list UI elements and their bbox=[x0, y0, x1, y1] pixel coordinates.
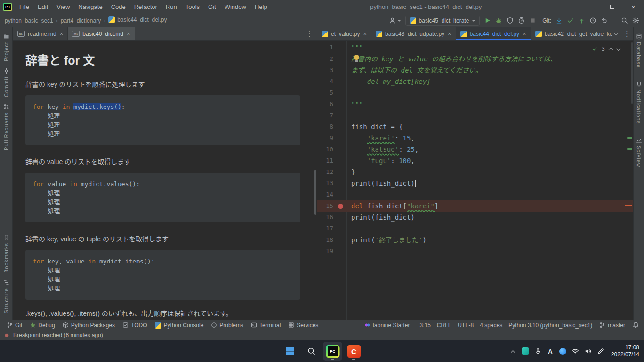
caret-position-widget[interactable]: 3:15 bbox=[419, 322, 430, 329]
gutter[interactable] bbox=[333, 234, 346, 246]
code-text[interactable]: 'karei': 15, bbox=[346, 132, 415, 144]
tab-basic42-dict-get-value-key-py[interactable]: basic42_dict_get_value_key.py× bbox=[531, 27, 612, 40]
toolwindow-notifications[interactable]: Notifications bbox=[636, 78, 642, 127]
stop-button[interactable] bbox=[529, 17, 536, 24]
gutter[interactable] bbox=[333, 76, 346, 87]
run-configuration-select[interactable]: basic45_dict_iterate bbox=[405, 16, 480, 26]
interpreter-widget[interactable]: Python 3.10 (python_basic_sec1) bbox=[508, 322, 592, 329]
settings-button[interactable] bbox=[632, 17, 639, 24]
inspections-widget[interactable]: 3 bbox=[592, 43, 620, 55]
toolwindow-button-python-packages[interactable]: Python Packages bbox=[59, 320, 119, 330]
toolwindow-button-git[interactable]: Git bbox=[3, 320, 26, 330]
gutter[interactable] bbox=[333, 99, 346, 110]
toolwindow-commit[interactable]: Commit bbox=[3, 65, 9, 100]
gutter[interactable] bbox=[333, 65, 346, 76]
microphone-icon[interactable] bbox=[534, 348, 541, 355]
gutter[interactable] bbox=[333, 155, 346, 166]
scrollbar-thumb[interactable] bbox=[631, 42, 633, 104]
code-text[interactable]: } bbox=[346, 166, 355, 178]
code-text[interactable]: 辞書内の key と value の組み合わせを削除する方法については、 bbox=[346, 53, 556, 65]
next-problem-icon[interactable] bbox=[616, 46, 621, 51]
git-push-button[interactable] bbox=[578, 17, 585, 24]
git-commit-button[interactable] bbox=[567, 17, 574, 24]
menu-run[interactable]: Run bbox=[161, 0, 181, 14]
code-text[interactable]: print(fish_dict) bbox=[346, 178, 416, 189]
scrollbar-thumb[interactable] bbox=[314, 170, 316, 215]
breadcrumb-file[interactable]: basic44_dict_del.py bbox=[108, 16, 167, 23]
tray-expand-icon[interactable] bbox=[509, 348, 516, 355]
gutter[interactable] bbox=[333, 53, 346, 65]
encoding-widget[interactable]: UTF-8 bbox=[458, 322, 474, 329]
breadcrumb-item[interactable]: python_basic_sec1 bbox=[5, 17, 53, 24]
breakpoint-dot[interactable] bbox=[338, 204, 343, 209]
code-text[interactable]: 'katsuo': 25, bbox=[346, 144, 419, 155]
minimize-button[interactable]: – bbox=[580, 0, 602, 14]
indent-widget[interactable]: 4 spaces bbox=[480, 322, 502, 329]
taskbar-pycharm-button[interactable]: PC bbox=[323, 342, 342, 361]
menu-file[interactable]: File bbox=[15, 0, 33, 14]
toolwindow-button-todo[interactable]: TODO bbox=[119, 320, 151, 330]
tab-readme-md[interactable]: M↓readme.md× bbox=[13, 27, 68, 40]
menu-edit[interactable]: Edit bbox=[33, 0, 52, 14]
toolwindow-button-debug[interactable]: Debug bbox=[26, 320, 58, 330]
markdown-preview[interactable]: 辞書と for 文 辞書の key のリストを順番に処理しますfor key i… bbox=[13, 41, 317, 320]
gutter[interactable] bbox=[333, 200, 346, 212]
user-account-button[interactable] bbox=[389, 17, 401, 24]
more-options-icon[interactable]: ⋮ bbox=[302, 27, 317, 40]
tray-blue-app-icon[interactable] bbox=[559, 348, 566, 355]
gutter[interactable] bbox=[333, 212, 346, 223]
toolwindow-pull-requests[interactable]: Pull Requests bbox=[3, 100, 9, 154]
tabnine-widget[interactable]: tabnine Starter bbox=[361, 322, 414, 329]
start-button[interactable] bbox=[281, 342, 300, 361]
profiler-button[interactable] bbox=[518, 17, 525, 24]
tab-close-icon[interactable]: × bbox=[448, 30, 451, 37]
code-text[interactable]: fish_dict = { bbox=[346, 121, 403, 132]
toolwindow-bookmarks[interactable]: Bookmarks bbox=[3, 231, 9, 276]
menu-help[interactable]: Help bbox=[250, 0, 272, 14]
maximize-button[interactable] bbox=[602, 0, 623, 14]
tray-teal-app-icon[interactable] bbox=[522, 347, 529, 355]
gutter[interactable] bbox=[333, 189, 346, 200]
code-text[interactable]: print('終了しました') bbox=[346, 234, 427, 246]
tab-close-icon[interactable]: × bbox=[127, 30, 130, 37]
toolwindow-button-python-console[interactable]: Python Console bbox=[151, 320, 208, 330]
hidden-tabs-chevron-icon[interactable] bbox=[612, 27, 620, 40]
toolwindow-button-services[interactable]: Services bbox=[284, 320, 322, 330]
menu-git[interactable]: Git bbox=[204, 0, 220, 14]
breadcrumb-item[interactable]: part4_dictionary bbox=[61, 17, 101, 24]
tab-basic44-dict-del-py[interactable]: basic44_dict_del.py× bbox=[456, 27, 531, 40]
taskbar-orange-app-button[interactable]: C bbox=[345, 342, 363, 361]
toolwindow-project[interactable]: Project bbox=[3, 30, 9, 65]
code-editor[interactable]: 1"""2辞書内の key と value の組み合わせを削除する方法については… bbox=[317, 41, 633, 320]
git-update-button[interactable] bbox=[555, 17, 563, 24]
toolwindow-button-terminal[interactable]: Terminal bbox=[247, 320, 284, 330]
gutter[interactable] bbox=[333, 121, 346, 132]
more-options-icon[interactable]: ⋮ bbox=[620, 27, 633, 40]
toolwindow-structure[interactable]: Structure bbox=[3, 276, 9, 317]
code-text[interactable]: """ bbox=[346, 99, 363, 110]
menu-code[interactable]: Code bbox=[107, 0, 130, 14]
gutter[interactable] bbox=[333, 246, 346, 257]
status-message[interactable]: Breakpoint reached (6 minutes ago) bbox=[13, 332, 103, 338]
close-button[interactable]: × bbox=[623, 0, 644, 14]
code-text[interactable]: """ bbox=[346, 42, 363, 53]
rollback-button[interactable] bbox=[601, 17, 608, 24]
breadcrumb-item[interactable]: basic44_dict_del.py bbox=[108, 16, 167, 25]
wifi-icon[interactable] bbox=[572, 347, 579, 355]
tab-close-icon[interactable]: × bbox=[523, 30, 526, 37]
error-stripe-mark[interactable] bbox=[627, 148, 632, 150]
search-everywhere-button[interactable] bbox=[621, 17, 628, 24]
error-stripe-mark-breakpoint[interactable] bbox=[625, 205, 632, 206]
prev-problem-icon[interactable] bbox=[609, 47, 613, 52]
intention-bulb-icon[interactable] bbox=[354, 55, 360, 62]
git-branch-widget[interactable]: master bbox=[598, 322, 626, 329]
menu-navigate[interactable]: Navigate bbox=[74, 0, 106, 14]
gutter[interactable] bbox=[333, 144, 346, 155]
volume-icon[interactable] bbox=[584, 347, 592, 355]
gutter[interactable] bbox=[333, 42, 346, 53]
tab-close-icon[interactable]: × bbox=[60, 30, 64, 37]
menu-window[interactable]: Window bbox=[220, 0, 250, 14]
line-separator-widget[interactable]: CRLF bbox=[437, 322, 451, 329]
menu-tools[interactable]: Tools bbox=[181, 0, 204, 14]
code-text[interactable]: del my_dict[key] bbox=[346, 76, 431, 87]
